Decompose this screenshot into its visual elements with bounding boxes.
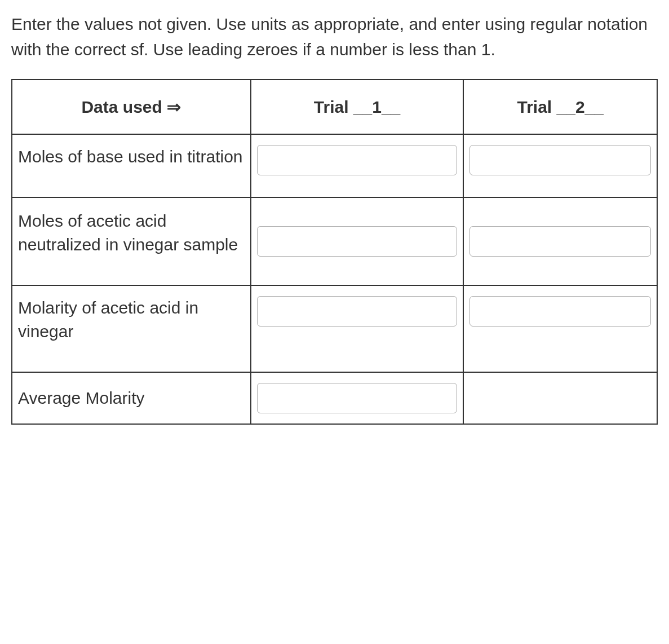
row-label-molarity: Molarity of acetic acid in vinegar <box>12 285 251 372</box>
header-data-used: Data used ⇒ <box>12 80 251 134</box>
molarity-trial1-input[interactable] <box>257 296 458 327</box>
table-header-row: Data used ⇒ Trial __1__ Trial __2__ <box>12 80 657 134</box>
moles-base-trial1-input[interactable] <box>257 145 458 175</box>
table-row: Moles of acetic acid neutralized in vine… <box>12 197 657 285</box>
average-molarity-input[interactable] <box>257 383 458 413</box>
moles-acetic-trial2-input[interactable] <box>469 226 651 257</box>
header-trial1: Trial __1__ <box>251 80 464 134</box>
data-table: Data used ⇒ Trial __1__ Trial __2__ Mole… <box>11 79 658 425</box>
header-trial2: Trial __2__ <box>463 80 657 134</box>
table-row: Average Molarity <box>12 372 657 424</box>
molarity-trial2-input[interactable] <box>469 296 651 327</box>
moles-base-trial2-input[interactable] <box>469 145 651 175</box>
table-row: Moles of base used in titration <box>12 134 657 197</box>
moles-acetic-trial1-input[interactable] <box>257 226 458 257</box>
empty-cell <box>463 372 657 424</box>
table-row: Molarity of acetic acid in vinegar <box>12 285 657 372</box>
row-label-moles-acetic: Moles of acetic acid neutralized in vine… <box>12 197 251 285</box>
instructions-text: Enter the values not given. Use units as… <box>11 11 658 62</box>
row-label-average: Average Molarity <box>12 372 251 424</box>
row-label-moles-base: Moles of base used in titration <box>12 134 251 197</box>
